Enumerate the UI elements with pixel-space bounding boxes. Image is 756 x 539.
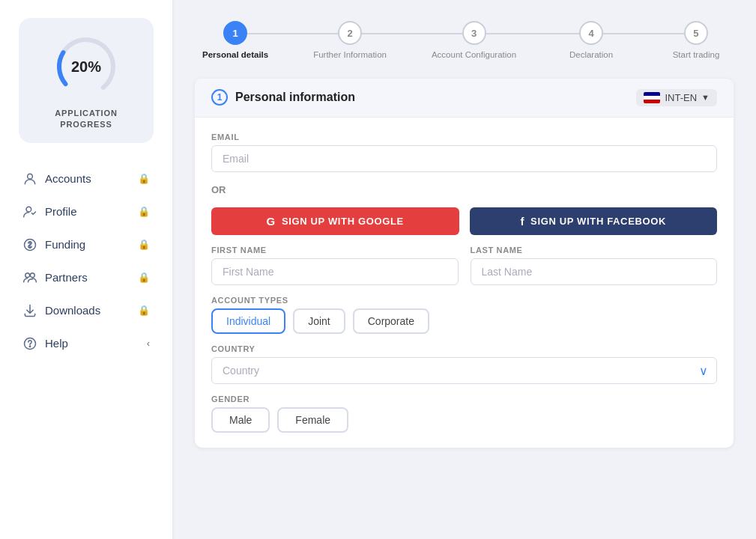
- nav-menu: Accounts 🔒 Profile 🔒 Funding 🔒 Partners …: [12, 164, 160, 359]
- sidebar-item-partners[interactable]: Partners 🔒: [12, 263, 160, 293]
- email-input[interactable]: [211, 145, 717, 172]
- lock-icon: 🔒: [138, 173, 150, 184]
- first-name-label: FIRST NAME: [211, 246, 459, 255]
- step-2-label: Further Information: [313, 49, 387, 61]
- sidebar-item-profile[interactable]: Profile 🔒: [12, 197, 160, 227]
- lang-chevron-icon: ▼: [701, 93, 710, 102]
- sidebar-item-accounts[interactable]: Accounts 🔒: [12, 164, 160, 194]
- lock-icon: 🔒: [138, 305, 150, 316]
- sidebar: 20% APPLICATION PROGRESS Accounts 🔒 Prof…: [0, 0, 172, 539]
- sidebar-item-help[interactable]: Help ‹: [12, 329, 160, 359]
- account-type-joint[interactable]: Joint: [293, 308, 345, 334]
- first-name-field-group: FIRST NAME: [211, 246, 459, 285]
- email-label: EMAIL: [211, 133, 717, 141]
- lang-text: INT-EN: [665, 92, 697, 103]
- name-row: FIRST NAME LAST NAME: [211, 246, 717, 285]
- google-signup-button[interactable]: G SIGN UP WITH GOOGLE: [211, 207, 459, 235]
- user-icon: [22, 171, 37, 186]
- last-name-label: LAST NAME: [471, 246, 718, 255]
- step-3-label: Account Configuration: [432, 49, 516, 61]
- facebook-signup-button[interactable]: f SIGN UP WITH FACEBOOK: [470, 207, 718, 235]
- sidebar-item-downloads[interactable]: Downloads 🔒: [12, 296, 160, 326]
- accounts-label: Accounts: [45, 172, 130, 185]
- lock-icon: 🔒: [138, 272, 150, 283]
- svg-point-5: [25, 273, 30, 278]
- svg-point-6: [30, 273, 34, 278]
- svg-point-3: [26, 207, 31, 212]
- step-2-circle: 2: [338, 21, 362, 45]
- account-type-buttons: Individual Joint Corporate: [211, 308, 717, 334]
- personal-info-form: 1 Personal information INT-EN ▼ EMAIL OR…: [195, 79, 734, 448]
- progress-circle: 20%: [52, 33, 120, 100]
- partners-label: Partners: [45, 271, 130, 284]
- facebook-icon: f: [520, 215, 524, 228]
- form-step-badge: 1: [211, 89, 228, 106]
- country-label: COUNTRY: [211, 344, 717, 353]
- last-name-field-group: LAST NAME: [471, 246, 718, 285]
- facebook-btn-label: SIGN UP WITH FACEBOOK: [530, 216, 666, 227]
- funding-icon: [22, 237, 37, 252]
- step-1-circle: 1: [223, 21, 247, 45]
- main-content: 1 Personal details 2 Further Information…: [172, 0, 756, 539]
- funding-label: Funding: [45, 238, 130, 251]
- gender-female-button[interactable]: Female: [277, 407, 348, 433]
- step-5[interactable]: 5 Start trading: [666, 21, 726, 61]
- google-icon: G: [267, 215, 276, 228]
- gender-field-group: GENDER Male Female: [211, 395, 717, 433]
- step-4-label: Declaration: [569, 49, 613, 61]
- svg-point-2: [28, 174, 33, 179]
- downloads-label: Downloads: [45, 304, 130, 317]
- progress-card: 20% APPLICATION PROGRESS: [19, 18, 154, 143]
- language-selector[interactable]: INT-EN ▼: [636, 89, 717, 106]
- account-type-corporate[interactable]: Corporate: [353, 308, 429, 334]
- lock-icon: 🔒: [138, 239, 150, 250]
- form-title: 1 Personal information: [211, 89, 355, 106]
- account-types-label: ACCOUNT TYPES: [211, 296, 717, 305]
- form-title-text: Personal information: [235, 91, 355, 104]
- gender-male-button[interactable]: Male: [211, 407, 270, 433]
- social-buttons: G SIGN UP WITH GOOGLE f SIGN UP WITH FAC…: [211, 207, 717, 235]
- first-name-input[interactable]: [211, 258, 459, 285]
- step-4-circle: 4: [579, 21, 603, 45]
- stepper: 1 Personal details 2 Further Information…: [195, 21, 734, 61]
- progress-label: APPLICATION PROGRESS: [55, 108, 117, 131]
- profile-label: Profile: [45, 205, 130, 218]
- email-field-group: EMAIL: [211, 133, 717, 172]
- profile-icon: [22, 204, 37, 219]
- step-4[interactable]: 4 Declaration: [561, 21, 621, 61]
- partners-icon: [22, 270, 37, 285]
- country-select[interactable]: Country: [211, 357, 717, 384]
- step-1[interactable]: 1 Personal details: [202, 21, 268, 61]
- flag-icon: [644, 92, 660, 103]
- google-btn-label: SIGN UP WITH GOOGLE: [282, 216, 404, 227]
- country-select-wrapper: Country ∨: [211, 357, 717, 384]
- country-field-group: COUNTRY Country ∨: [211, 344, 717, 384]
- form-body: EMAIL OR G SIGN UP WITH GOOGLE f SIGN UP…: [195, 118, 734, 448]
- progress-percent: 20%: [71, 58, 101, 76]
- account-types-group: ACCOUNT TYPES Individual Joint Corporate: [211, 296, 717, 334]
- lock-icon: 🔒: [138, 206, 150, 217]
- gender-label: GENDER: [211, 395, 717, 404]
- form-header: 1 Personal information INT-EN ▼: [195, 79, 734, 118]
- help-icon: [22, 336, 37, 351]
- sidebar-item-funding[interactable]: Funding 🔒: [12, 230, 160, 260]
- chevron-left-icon: ‹: [147, 338, 150, 349]
- or-divider: OR: [211, 184, 717, 195]
- help-label: Help: [45, 337, 139, 350]
- step-5-label: Start trading: [673, 49, 720, 61]
- last-name-input[interactable]: [471, 258, 718, 285]
- step-3-circle: 3: [462, 21, 486, 45]
- step-5-circle: 5: [684, 21, 708, 45]
- account-type-individual[interactable]: Individual: [211, 308, 285, 334]
- step-3[interactable]: 3 Account Configuration: [432, 21, 516, 61]
- step-1-label: Personal details: [202, 49, 268, 61]
- step-2[interactable]: 2 Further Information: [313, 21, 387, 61]
- downloads-icon: [22, 303, 37, 318]
- gender-buttons: Male Female: [211, 407, 717, 433]
- svg-point-8: [29, 346, 30, 347]
